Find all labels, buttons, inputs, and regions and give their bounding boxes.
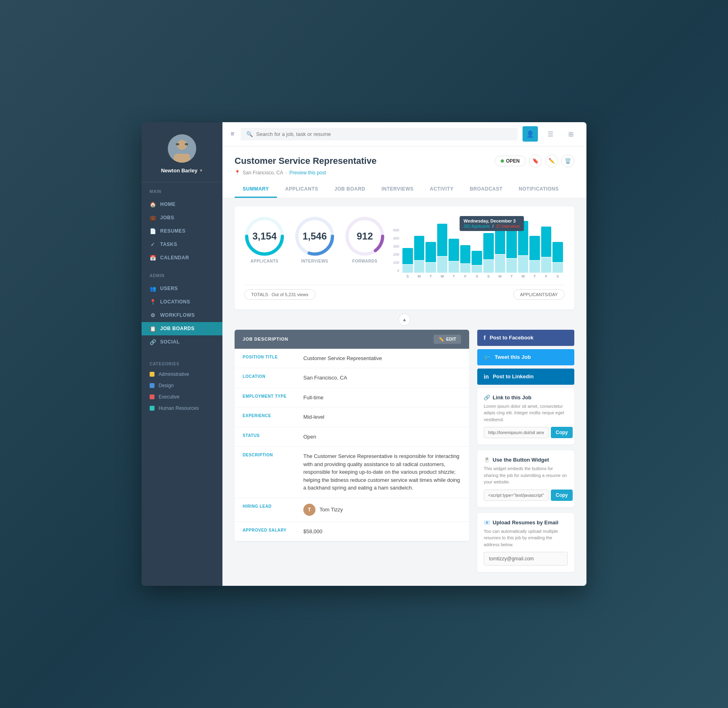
chart-area: Wednesday, December 3 382 Applicants / 3… [393, 216, 565, 278]
linkedin-icon: in [484, 373, 489, 380]
svg-rect-2 [174, 154, 190, 163]
admin-nav: Admin 👥 USERS 📍 LOCATIONS ⚙ WORKFLOWS 📋 … [142, 266, 222, 350]
field-description: DESCRIPTION The Customer Service Represe… [235, 447, 469, 498]
sidebar-item-workflows[interactable]: ⚙ WORKFLOWS [142, 309, 222, 322]
sidebar-item-locations[interactable]: 📍 LOCATIONS [142, 295, 222, 309]
hiring-lead-avatar: T [303, 504, 315, 516]
menu-icon[interactable]: ≡ [231, 130, 234, 138]
list-icon: ☰ [548, 130, 553, 138]
summary-footer: TOTALS · Out of 5,231 views APPLICANTS/D… [244, 285, 565, 300]
sidebar-item-jobs[interactable]: 💼 JOBS [142, 211, 222, 225]
category-administrative[interactable]: Administrative [142, 369, 222, 380]
post-to-facebook-button[interactable]: f Post to Facebook [477, 330, 574, 346]
sidebar-item-tasks[interactable]: ✓ TASKS [142, 238, 222, 251]
category-executive[interactable]: Executive [142, 391, 222, 403]
bar-col [425, 242, 436, 273]
upload-email-desc: You can automatically upload multiple re… [484, 528, 568, 548]
admin-nav-list: 👥 USERS 📍 LOCATIONS ⚙ WORKFLOWS 📋 JOB BO… [142, 280, 222, 350]
totals-button[interactable]: TOTALS · Out of 5,231 views [244, 289, 315, 300]
button-widget-section: 🖱️ Use the Button Widget This widget emb… [477, 450, 574, 507]
edit-job-description-button[interactable]: ✏️ EDIT [434, 335, 461, 344]
hiring-lead-row: T Tom Tizzy [303, 504, 461, 516]
collapse-button[interactable]: ▲ [398, 314, 411, 326]
tabs: SUMMARY APPLICANTS JOB BOARD INTERVIEWS … [235, 181, 574, 198]
delete-button[interactable]: 🗑️ [561, 155, 574, 167]
tab-notifications[interactable]: NOTIFICATIONS [511, 181, 567, 198]
bar-col [414, 236, 425, 273]
chart-y-labels: 500 400 300 200 100 0 [393, 228, 401, 273]
applicants-per-day-button[interactable]: APPLICANTS/DAY [513, 289, 565, 300]
location-row: 📍 San Francisco, CA · Preview this post [235, 170, 574, 176]
post-to-linkedin-button[interactable]: in Post to Linkedin [477, 369, 574, 385]
summary-panel: 3,154 APPLICANTS [235, 206, 574, 309]
category-human-resources[interactable]: Human Resources [142, 403, 222, 414]
bar-col [472, 251, 482, 273]
bookmark-button[interactable]: 🔖 [529, 155, 542, 167]
add-person-button[interactable]: 👤 [523, 126, 538, 142]
edit-pencil-icon: ✏️ [438, 337, 444, 342]
applicants-value: 3,154 [252, 231, 277, 242]
bar-col [449, 239, 459, 273]
field-approved-salary: APPROVED SALARY $58,000 [235, 522, 469, 542]
two-column-layout: JOB DESCRIPTION ✏️ EDIT POSITION TITLE C… [235, 330, 574, 578]
category-design[interactable]: Design [142, 380, 222, 391]
widget-copy-row: Copy [484, 490, 568, 501]
search-input[interactable] [256, 131, 512, 137]
user-name-label[interactable]: Newton Barley ▼ [161, 167, 203, 174]
tweet-this-job-button[interactable]: 🐦 Tweet this Job [477, 349, 574, 365]
tab-summary[interactable]: SUMMARY [235, 181, 277, 198]
svg-rect-4 [185, 143, 188, 145]
categories-label: Categories [142, 354, 222, 369]
sidebar-item-calendar[interactable]: 📅 CALENDAR [142, 251, 222, 265]
sidebar-item-home[interactable]: 🏠 HOME [142, 198, 222, 211]
sidebar-item-resumes[interactable]: 📄 RESUMES [142, 225, 222, 238]
status-dot [501, 159, 504, 163]
tab-job-board[interactable]: JOB BOARD [326, 181, 374, 198]
tab-broadcast[interactable]: BROADCAST [461, 181, 510, 198]
link-url-input[interactable] [484, 427, 548, 438]
edit-button[interactable]: ✏️ [545, 155, 558, 167]
left-column: JOB DESCRIPTION ✏️ EDIT POSITION TITLE C… [235, 330, 469, 578]
add-person-icon: 👤 [526, 130, 534, 138]
tab-activity[interactable]: ACTIVITY [422, 181, 462, 198]
stat-forwards: 912 FORWARDS [345, 216, 385, 263]
page-title: Customer Service Representative [235, 156, 377, 166]
chart-tooltip: Wednesday, December 3 382 Applicants / 3… [459, 216, 524, 231]
field-experience: EXPERIENCE Mid-level [235, 407, 469, 427]
preview-link[interactable]: Preview this post [289, 170, 326, 176]
tab-applicants[interactable]: APPLICANTS [277, 181, 326, 198]
interviews-value: 1,546 [303, 231, 327, 242]
interviews-label: INTERVIEWS [301, 259, 328, 263]
page-actions: OPEN 🔖 ✏️ 🗑️ [495, 155, 574, 167]
stat-circles: 3,154 APPLICANTS [244, 216, 385, 263]
tooltip-interviews: 37 Interviews [496, 224, 520, 229]
calendar-icon: 📅 [150, 255, 156, 261]
sidebar-item-job-boards[interactable]: 📋 JOB BOARDS [142, 322, 222, 335]
link-icon: 🔗 [484, 394, 490, 401]
bar-col [552, 242, 563, 273]
bar-chart [401, 228, 565, 273]
twitter-icon: 🐦 [484, 354, 491, 360]
list-view-button[interactable]: ☰ [543, 126, 558, 142]
job-boards-icon: 📋 [150, 326, 156, 332]
bar-col [506, 230, 517, 273]
field-employment-type: EMPLOYMENT TYPE Full-time [235, 388, 469, 408]
copy-widget-button[interactable]: Copy [551, 490, 573, 501]
user-profile[interactable]: Newton Barley ▼ [142, 122, 222, 182]
bar-col [402, 248, 413, 273]
tab-interviews[interactable]: INTERVIEWS [373, 181, 421, 198]
sidebar-item-social[interactable]: 🔗 SOCIAL [142, 335, 222, 349]
categories-section: Categories Administrative Design Executi… [142, 350, 222, 418]
job-description-title: JOB DESCRIPTION [243, 337, 288, 341]
link-to-job-desc: Lorem ipsum dolor sit amet, consectetur … [484, 403, 568, 423]
avatar [168, 134, 196, 163]
social-icon: 🔗 [150, 339, 156, 345]
widget-code-input[interactable] [484, 490, 548, 501]
sidebar-item-users[interactable]: 👥 USERS [142, 282, 222, 295]
copy-link-button[interactable]: Copy [551, 427, 573, 438]
status-badge: OPEN [495, 156, 526, 166]
main-section-label: Main [142, 182, 222, 196]
bar-col [437, 224, 448, 273]
forwards-value: 912 [357, 231, 373, 242]
grid-view-button[interactable]: ⊞ [563, 126, 578, 142]
